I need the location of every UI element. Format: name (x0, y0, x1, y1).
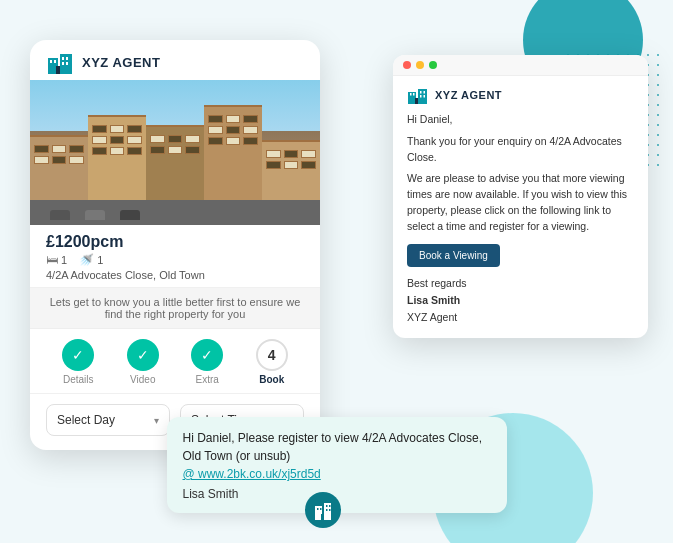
step-details-label: Details (63, 374, 94, 385)
svg-rect-26 (321, 514, 324, 520)
avatar-building-icon (313, 500, 333, 520)
step-details: ✓ Details (62, 339, 94, 385)
step-details-circle: ✓ (62, 339, 94, 371)
svg-rect-2 (50, 60, 52, 63)
avatar-icon (305, 492, 341, 528)
traffic-dot-red (403, 61, 411, 69)
step-video: ✓ Video (127, 339, 159, 385)
svg-rect-25 (329, 509, 331, 511)
svg-rect-12 (413, 93, 415, 96)
step-extra-label: Extra (196, 374, 219, 385)
card-header: XYZ AGENT (30, 40, 320, 80)
svg-rect-13 (420, 91, 422, 94)
email-titlebar (393, 55, 648, 76)
sms-link[interactable]: @ www.2bk.co.uk/xj5rd5d (183, 467, 321, 481)
book-viewing-button[interactable]: Book a Viewing (407, 244, 500, 267)
svg-rect-14 (424, 91, 426, 94)
email-logo-icon (407, 86, 429, 104)
svg-rect-23 (329, 505, 331, 507)
logo-icon (46, 50, 74, 74)
svg-rect-15 (420, 95, 422, 98)
svg-rect-17 (415, 98, 418, 104)
baths-count: 1 (97, 254, 103, 266)
steps-row: ✓ Details ✓ Video ✓ Extra 4 Book (30, 329, 320, 394)
svg-rect-11 (410, 93, 412, 96)
email-regards: Best regards Lisa Smith XYZ Agent (407, 275, 634, 325)
email-agent-name-label: XYZ AGENT (435, 89, 502, 101)
sender-company: XYZ Agent (407, 311, 457, 323)
amenities-row: 🛏 1 🚿 1 (46, 253, 304, 267)
svg-rect-4 (62, 57, 64, 60)
email-agent-header: XYZ AGENT (407, 86, 634, 104)
svg-rect-16 (424, 95, 426, 98)
price-label: £1200pcm (46, 233, 304, 251)
bed-icon: 🛏 (46, 253, 58, 267)
svg-rect-10 (418, 89, 427, 104)
email-greeting: Hi Daniel, Thank you for your enquiry on… (407, 112, 634, 234)
step-video-circle: ✓ (127, 339, 159, 371)
svg-rect-6 (62, 62, 64, 65)
beds-amenity: 🛏 1 (46, 253, 67, 267)
bath-icon: 🚿 (79, 253, 94, 267)
step-video-label: Video (130, 374, 155, 385)
step-book: 4 Book (256, 339, 288, 385)
baths-amenity: 🚿 1 (79, 253, 103, 267)
svg-rect-5 (66, 57, 68, 60)
svg-rect-3 (54, 60, 56, 63)
beds-count: 1 (61, 254, 67, 266)
chevron-down-icon: ▾ (154, 415, 159, 426)
property-image (30, 80, 320, 225)
sender-name: Lisa Smith (407, 294, 460, 306)
property-card: XYZ AGENT (30, 40, 320, 450)
svg-rect-22 (326, 505, 328, 507)
tagline-text: Lets get to know you a little better fir… (50, 296, 301, 320)
svg-rect-24 (326, 509, 328, 511)
property-info: £1200pcm 🛏 1 🚿 1 4/2A Advocates Close, O… (30, 225, 320, 288)
sms-text: Hi Daniel, Please register to view 4/2A … (183, 429, 491, 483)
svg-rect-8 (56, 66, 60, 74)
svg-rect-21 (320, 508, 322, 510)
select-day-text: Select Day (57, 413, 115, 427)
email-body: XYZ AGENT Hi Daniel, Thank you for your … (393, 76, 648, 338)
agent-name-label: XYZ AGENT (82, 55, 160, 70)
traffic-dot-green (429, 61, 437, 69)
step-book-label: Book (259, 374, 284, 385)
email-card: XYZ AGENT Hi Daniel, Thank you for your … (393, 55, 648, 338)
tagline-bar: Lets get to know you a little better fir… (30, 288, 320, 329)
select-day-dropdown[interactable]: Select Day ▾ (46, 404, 170, 436)
svg-rect-20 (317, 508, 319, 510)
step-extra: ✓ Extra (191, 339, 223, 385)
step-book-circle: 4 (256, 339, 288, 371)
property-address: 4/2A Advocates Close, Old Town (46, 269, 304, 281)
svg-rect-7 (66, 62, 68, 65)
step-extra-circle: ✓ (191, 339, 223, 371)
svg-rect-9 (408, 92, 416, 104)
traffic-dot-yellow (416, 61, 424, 69)
